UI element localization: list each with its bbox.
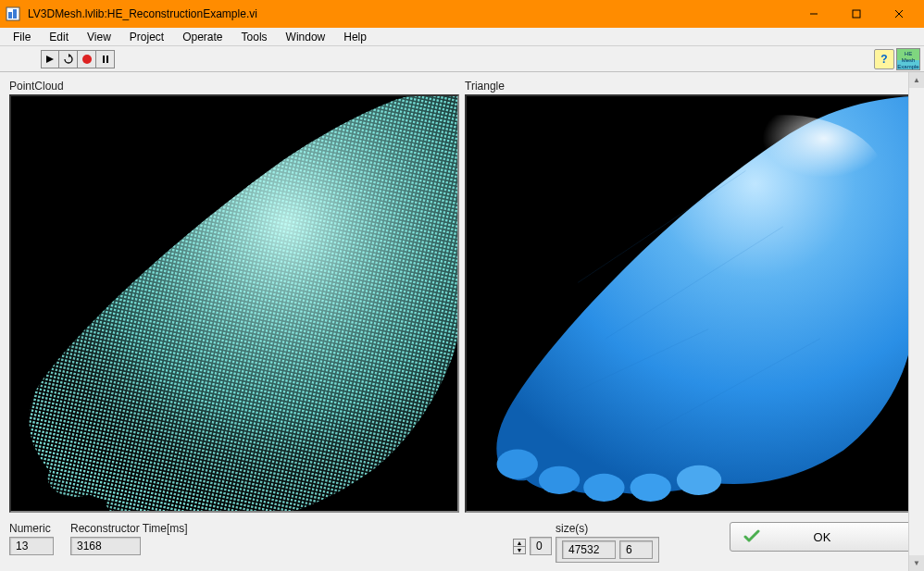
svg-point-24 — [677, 465, 721, 495]
scroll-down-icon[interactable]: ▼ — [909, 555, 924, 571]
menu-operate[interactable]: Operate — [173, 29, 231, 45]
svg-point-23 — [631, 474, 671, 502]
recon-time-indicator: 3168 — [70, 537, 141, 555]
svg-marker-7 — [46, 56, 54, 63]
checkmark-icon — [743, 529, 760, 545]
svg-rect-2 — [13, 9, 17, 19]
minimize-button[interactable] — [793, 0, 835, 28]
svg-point-15 — [48, 460, 104, 497]
help-icon: ? — [880, 53, 887, 66]
triangle-label: Triangle — [465, 80, 915, 93]
pause-button[interactable] — [96, 50, 115, 68]
menu-bar: File Edit View Project Operate Tools Win… — [0, 28, 924, 46]
menu-help[interactable]: Help — [334, 29, 376, 45]
ok-button[interactable]: OK — [730, 522, 915, 552]
maximize-button[interactable] — [835, 0, 878, 28]
triangle-viewport[interactable] — [465, 94, 915, 513]
abort-button[interactable] — [78, 50, 96, 68]
front-panel: PointCloud — [0, 72, 924, 571]
window-title: LV3DMesh.lvlib:HE_ReconstructionExample.… — [28, 7, 793, 20]
array-index-spinner[interactable]: ▲ ▼ — [513, 539, 526, 554]
spinner-up-icon[interactable]: ▲ — [514, 540, 525, 547]
menu-view[interactable]: View — [78, 29, 120, 45]
svg-point-21 — [539, 466, 580, 494]
bottom-controls: Numeric 13 Reconstructor Time[ms] 3168 x… — [9, 522, 915, 563]
app-icon — [4, 5, 22, 23]
recon-time-label: Reconstructor Time[ms] — [70, 522, 188, 535]
svg-point-20 — [497, 450, 538, 479]
sizes-cluster: 47532 6 — [556, 537, 659, 563]
sizes-label: size(s) — [556, 522, 659, 535]
menu-file[interactable]: File — [4, 29, 40, 45]
pointcloud-viewport[interactable] — [9, 94, 459, 513]
toolbar: ? HE Mesh Example — [0, 46, 924, 72]
menu-window[interactable]: Window — [277, 29, 335, 45]
menu-project[interactable]: Project — [120, 29, 173, 45]
svg-point-22 — [583, 474, 624, 502]
close-button[interactable] — [878, 0, 920, 28]
run-button[interactable] — [41, 50, 59, 68]
scroll-track[interactable] — [909, 88, 924, 555]
context-help-button[interactable]: ? — [874, 49, 894, 69]
numeric-label: Numeric — [9, 522, 54, 535]
window-titlebar: LV3DMesh.lvlib:HE_ReconstructionExample.… — [0, 0, 924, 28]
run-continuously-button[interactable] — [59, 50, 78, 68]
svg-rect-10 — [103, 56, 105, 63]
svg-point-9 — [82, 55, 92, 64]
menu-tools[interactable]: Tools — [232, 29, 277, 45]
scroll-up-icon[interactable]: ▲ — [909, 72, 924, 88]
menu-edit[interactable]: Edit — [40, 29, 78, 45]
vertical-scrollbar[interactable]: ▲ ▼ — [908, 72, 924, 571]
size-b-indicator: 6 — [619, 540, 653, 559]
numeric-indicator: 13 — [9, 537, 54, 555]
svg-rect-4 — [853, 10, 860, 18]
pointcloud-label: PointCloud — [9, 80, 459, 93]
vi-icon-badge: HE Mesh Example — [896, 48, 920, 70]
svg-rect-1 — [8, 12, 12, 19]
size-a-indicator: 47532 — [562, 540, 616, 559]
array-index-control[interactable]: 0 — [530, 537, 552, 555]
ok-button-label: OK — [814, 530, 831, 544]
svg-rect-11 — [106, 56, 108, 63]
svg-point-19 — [681, 115, 885, 245]
spinner-down-icon[interactable]: ▼ — [514, 547, 525, 553]
